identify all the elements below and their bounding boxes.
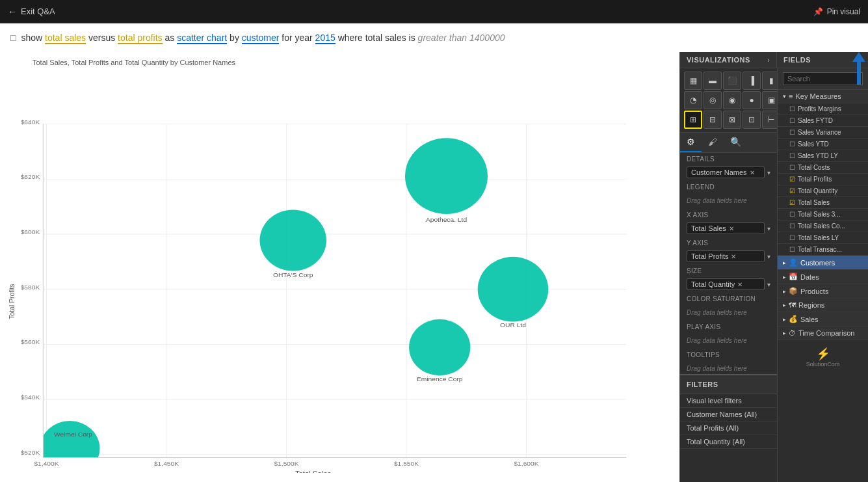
details-field-name: Customer Names [691, 168, 747, 176]
svg-text:$560K: $560K [21, 339, 40, 346]
dates-chevron: ▸ [783, 274, 786, 280]
filters-title: FILTERS [687, 381, 718, 388]
xaxis-remove-btn[interactable]: ✕ [729, 225, 734, 232]
viz-icon-map[interactable]: ● [743, 91, 761, 109]
y-axis-label: Total Profits [8, 284, 16, 319]
key-measures-label: Key Measures [795, 92, 841, 100]
tooltips-row: Drag data fields here [680, 360, 777, 374]
svg-text:$520K: $520K [21, 449, 40, 456]
viz-icon-slicer[interactable]: ⊡ [743, 111, 761, 129]
field-item-total-sales-ly[interactable]: ☐ Total Sales LY [778, 232, 868, 244]
details-label: Details [680, 153, 777, 164]
fields-group-time-comparison[interactable]: ▸ ⏱ Time Comparison [778, 327, 868, 340]
yaxis-chevron[interactable]: ▾ [767, 253, 770, 260]
color-sat-row: Drag data fields here [680, 304, 777, 321]
svg-text:OHTA'S Corp: OHTA'S Corp [273, 271, 313, 278]
viz-icon-line[interactable]: ▮ [762, 72, 777, 90]
yaxis-remove-btn[interactable]: ✕ [731, 253, 736, 260]
field-item-total-transac[interactable]: ☐ Total Transac... [778, 244, 868, 256]
bubble-apotheca[interactable] [405, 138, 488, 214]
field-item-total-profits[interactable]: ☑ Total Profits [778, 174, 868, 185]
chart-title: Total Sales, Total Profits and Total Qua… [33, 59, 673, 66]
size-chevron[interactable]: ▾ [767, 281, 770, 288]
field-item-profits-margins[interactable]: ☐ Profits Margins [778, 103, 868, 115]
viz-icon-donut[interactable]: ◎ [704, 91, 722, 109]
filter-item-quantity[interactable]: Total Quantity (All) [680, 435, 777, 449]
viz-icon-kpi[interactable]: ⊠ [723, 111, 741, 129]
fields-chevron-icon: › [859, 56, 861, 64]
details-remove-btn[interactable]: ✕ [750, 169, 755, 176]
size-remove-btn[interactable]: ✕ [737, 281, 743, 288]
chart-container: Total Profits $520K $540K $560K $580K $6… [7, 69, 673, 473]
back-button[interactable]: ← Exit Q&A [8, 7, 55, 17]
field-item-sales-fytd[interactable]: ☐ Sales FYTD [778, 115, 868, 127]
field-item-total-sales[interactable]: ☑ Total Sales [778, 197, 868, 209]
viz-icon-scatter[interactable]: ⊞ [684, 111, 702, 129]
chart-svg: Total Profits $520K $540K $560K $580K $6… [7, 69, 673, 473]
xaxis-chevron[interactable]: ▾ [767, 225, 770, 232]
play-axis-placeholder: Drag data fields here [687, 337, 747, 344]
filter-item-profits[interactable]: Total Profits (All) [680, 422, 777, 435]
two-col-panel: ▦ ▬ ⬛ ▐ ▮ ≡ ◔ ◎ ◉ ● ▣ ⬟ [680, 68, 868, 482]
svg-text:$1,600K: $1,600K [514, 460, 539, 467]
fields-group-sales[interactable]: ▸ 💰 Sales [778, 312, 868, 327]
viz-fields-left: ▦ ▬ ⬛ ▐ ▮ ≡ ◔ ◎ ◉ ● ▣ ⬟ [680, 68, 777, 482]
svg-text:$620K: $620K [21, 174, 40, 181]
size-row: Total Quantity ✕ ▾ [680, 276, 777, 293]
xaxis-field-name: Total Sales [691, 224, 726, 232]
format-tab-analytics[interactable]: 🔍 [724, 133, 748, 152]
field-item-total-costs[interactable]: ☐ Total Costs [778, 162, 868, 174]
bubble-our[interactable] [478, 257, 549, 322]
viz-icon-gauge[interactable]: ⊟ [704, 111, 722, 129]
time-comparison-label: Time Comparison [798, 329, 854, 337]
field-item-total-sales-co[interactable]: ☐ Total Sales Co... [778, 221, 868, 232]
details-chevron[interactable]: ▾ [767, 169, 770, 176]
field-item-sales-ytd-ly[interactable]: ☐ Sales YTD LY [778, 150, 868, 162]
field-item-total-sales-3[interactable]: ☐ Total Sales 3... [778, 209, 868, 221]
viz-icon-column[interactable]: ▬ [704, 72, 722, 90]
qa-bar[interactable]: □ show total sales versus total profits … [0, 23, 868, 52]
back-label: Exit Q&A [21, 7, 55, 16]
regions-label: Regions [798, 301, 824, 309]
regions-icon: 🗺 [789, 301, 796, 309]
pin-visual-button[interactable]: 📌 Pin visual [813, 7, 860, 16]
fields-group-key-measures[interactable]: ▾ ≡ Key Measures [778, 90, 868, 103]
viz-icon-area[interactable]: ◉ [723, 91, 741, 109]
svg-text:$1,550K: $1,550K [394, 460, 419, 467]
viz-icon-bar[interactable]: ▦ [684, 72, 702, 90]
fields-group-customers[interactable]: ▸ 👤 Customers [778, 256, 868, 270]
details-value[interactable]: Customer Names ✕ [687, 167, 765, 178]
fields-group-products[interactable]: ▸ 📦 Products [778, 284, 868, 299]
bubble-ohtas[interactable] [260, 209, 327, 271]
format-tab-fields[interactable]: ⚙ [680, 133, 702, 152]
field-item-sales-ytd[interactable]: ☐ Sales YTD [778, 139, 868, 150]
field-item-sales-variance[interactable]: ☐ Sales Variance [778, 127, 868, 139]
xaxis-value[interactable]: Total Sales ✕ [687, 222, 765, 234]
format-tab-paint[interactable]: 🖌 [702, 133, 724, 152]
fields-group-dates[interactable]: ▸ 📅 Dates [778, 270, 868, 284]
viz-icon-custom1[interactable]: ⊢ [762, 111, 777, 129]
key-measures-icon: ≡ [789, 92, 793, 100]
svg-text:Weimei Corp: Weimei Corp [54, 431, 93, 438]
fields-search-input[interactable] [783, 72, 863, 85]
sales-icon: 💰 [789, 315, 798, 323]
viz-icon-100pct[interactable]: ▐ [743, 72, 761, 90]
time-comparison-chevron: ▸ [783, 330, 786, 336]
dates-icon: 📅 [789, 273, 798, 281]
viz-icon-pie[interactable]: ◔ [684, 91, 702, 109]
legend-label: Legend [680, 181, 777, 192]
filter-item-customer[interactable]: Customer Names (All) [680, 408, 777, 422]
yaxis-label: Y Axis [680, 237, 777, 248]
bubble-eminence[interactable] [409, 319, 470, 376]
yaxis-value[interactable]: Total Profits ✕ [687, 250, 765, 262]
viz-icon-matrix[interactable]: ▣ [762, 91, 777, 109]
key-measures-chevron: ▾ [783, 93, 786, 100]
size-value[interactable]: Total Quantity ✕ [687, 278, 765, 290]
size-label: Size [680, 265, 777, 276]
time-comparison-icon: ⏱ [789, 329, 796, 337]
fields-group-regions[interactable]: ▸ 🗺 Regions [778, 299, 868, 312]
filter-item-visual[interactable]: Visual level filters [680, 394, 777, 408]
field-item-total-quantity[interactable]: ☑ Total Quantity [778, 185, 868, 197]
qa-text: show total sales versus total profits as… [21, 33, 505, 43]
viz-icon-stacked[interactable]: ⬛ [723, 72, 741, 90]
